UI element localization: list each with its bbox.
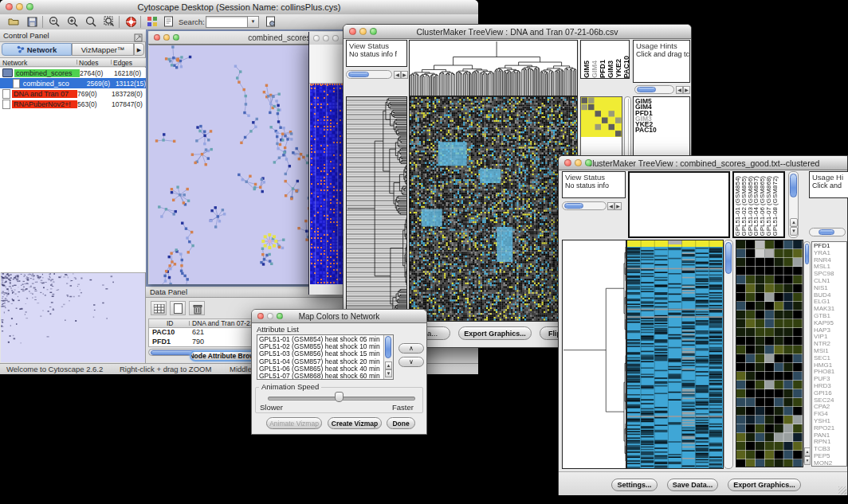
minimize-button[interactable]	[16, 3, 23, 10]
close-button[interactable]	[349, 28, 356, 35]
tv1-column-dendrogram[interactable]	[409, 40, 578, 96]
tv1-row-dendrogram[interactable]	[346, 96, 407, 322]
tv2-status-hscroll-thumb[interactable]	[564, 203, 583, 209]
tv2-genelist-vscroll-thumb[interactable]	[805, 244, 809, 264]
attribute-listbox[interactable]: GPL51-01 (GSM854) heat shock 05 minGPL51…	[257, 334, 394, 380]
select-attributes-icon[interactable]	[151, 301, 167, 315]
tv2-detail-heatmap[interactable]	[736, 240, 803, 467]
delete-attribute-icon[interactable]	[189, 301, 205, 315]
move-down-button[interactable]: ∨	[398, 357, 424, 367]
scroll-down-icon[interactable]: ▼	[790, 227, 798, 236]
vizmapper-icon[interactable]	[145, 15, 159, 28]
tv2-row-dendrogram[interactable]	[562, 240, 626, 469]
tv2-heatmap-vscroll-thumb[interactable]	[725, 242, 732, 274]
list-item[interactable]: GIM5	[583, 61, 591, 78]
zoom-button[interactable]	[585, 159, 592, 166]
tv2-save-data-button[interactable]: Save Data...	[667, 479, 718, 491]
list-item[interactable]: GIM4	[591, 61, 599, 78]
search-input[interactable]	[206, 16, 249, 28]
tv2-settings-button[interactable]: Settings...	[611, 479, 658, 491]
tv2-heatmap-vscrollbar[interactable]	[724, 240, 733, 469]
speed-slider-thumb[interactable]	[335, 392, 344, 402]
minimize-button[interactable]	[575, 159, 582, 166]
list-item[interactable]: GPL51-08 (GSM872)	[772, 176, 779, 236]
network-list-item[interactable]: DNA and Tran 07769(0)183728(0)	[0, 88, 146, 99]
tv1-usage-hscroll-thumb[interactable]	[637, 87, 656, 92]
minimize-button[interactable]	[323, 35, 329, 41]
tv2-genelist-hscroll-thumb[interactable]	[819, 229, 834, 235]
minimize-button[interactable]	[163, 34, 170, 41]
tv2-genelist-vscrollbar[interactable]: ▲ ▼	[803, 241, 811, 465]
scroll-up-icon[interactable]: ▲	[804, 447, 811, 456]
tv2-status-hscrollbar[interactable]	[562, 201, 607, 210]
tv1-detail-heatmap[interactable]	[581, 97, 622, 137]
search-dropdown-button[interactable]: ▼	[247, 16, 259, 28]
list-item[interactable]: PAC10	[634, 127, 689, 133]
scroll-up-icon[interactable]: ▲	[790, 218, 798, 227]
scroll-right-icon[interactable]: ▶	[614, 202, 622, 210]
tv1-status-hscrollbar[interactable]	[346, 70, 392, 79]
tv2-column-dendrogram-area[interactable]	[628, 171, 730, 238]
attribute-list-vscroll-thumb[interactable]	[385, 336, 391, 358]
tv2-global-heatmap[interactable]	[626, 240, 724, 469]
scroll-left-icon[interactable]: ◀	[676, 86, 683, 94]
network-list-item[interactable]: combined_sco2569(6)13112(15)	[0, 78, 146, 88]
list-item[interactable]: MON2	[812, 460, 846, 467]
id-column-header[interactable]: ID	[167, 319, 174, 327]
tv1-export-graphics-button[interactable]: Export Graphics...	[458, 326, 532, 340]
tv1-status-hscroll-thumb[interactable]	[348, 72, 369, 77]
tab-overflow-button[interactable]: ▶	[134, 43, 144, 56]
list-item[interactable]: YKE2	[614, 59, 622, 78]
resize-grip[interactable]	[838, 486, 846, 494]
node-attribute-browser-button[interactable]: Node Attribute Brows	[190, 350, 258, 361]
col-header-edges[interactable]: Edges	[113, 59, 132, 67]
tv1-global-heatmap[interactable]	[409, 96, 578, 322]
network-settings-icon[interactable]	[263, 15, 277, 28]
tv2-labels-vscroll-thumb[interactable]	[790, 174, 797, 197]
help-lifesaver-icon[interactable]	[124, 15, 138, 28]
annotation-icon[interactable]	[161, 15, 175, 28]
scroll-down-icon[interactable]: ▼	[804, 456, 811, 465]
scroll-down-icon[interactable]: ▼	[385, 369, 392, 377]
move-up-button[interactable]: ∧	[398, 343, 424, 354]
close-button[interactable]	[257, 313, 264, 319]
close-button[interactable]	[154, 34, 160, 41]
tab-vizmapper[interactable]: VizMapper™	[72, 43, 134, 56]
zoom-button[interactable]	[173, 34, 179, 41]
zoom-button[interactable]	[332, 35, 339, 41]
scroll-left-icon[interactable]: ◀	[394, 71, 401, 79]
minimize-button[interactable]	[359, 28, 367, 35]
close-button[interactable]	[6, 3, 13, 10]
attribute-list-item[interactable]: GPL51-07 (GSM868) heat shock 60 min	[257, 373, 393, 380]
col-header-nodes[interactable]: Nodes	[79, 59, 99, 67]
done-button[interactable]: Done	[387, 417, 415, 429]
scroll-right-icon[interactable]: ▶	[401, 71, 408, 79]
list-item[interactable]: GIM3	[607, 61, 614, 78]
network-list-item[interactable]: combined_scores2764(0)16218(0)	[0, 68, 146, 78]
zoom-in-icon[interactable]	[65, 15, 80, 28]
tv1-usage-hscrollbar[interactable]	[634, 85, 674, 94]
tv2-export-graphics-button[interactable]: Export Graphics...	[728, 479, 801, 491]
scroll-up-icon[interactable]: ▲	[385, 361, 392, 369]
zoom-button[interactable]	[370, 28, 377, 35]
zoom-out-icon[interactable]	[47, 15, 61, 28]
zoom-button[interactable]	[277, 313, 283, 319]
create-attribute-icon[interactable]	[170, 301, 186, 315]
scroll-left-icon[interactable]: ◀	[607, 202, 614, 210]
close-button[interactable]	[313, 35, 320, 41]
close-button[interactable]	[564, 159, 571, 166]
open-file-icon[interactable]	[6, 15, 21, 28]
list-item[interactable]: PAC10	[622, 56, 630, 78]
save-icon[interactable]	[25, 15, 39, 28]
tab-network[interactable]: Network	[2, 43, 72, 56]
zoom-button[interactable]	[26, 3, 33, 10]
tv2-genelist-hscrollbar[interactable]	[809, 228, 846, 236]
zoom-fit-icon[interactable]	[102, 15, 116, 28]
list-item[interactable]: PFD1	[599, 60, 607, 78]
network-list-item[interactable]: RNAPuberNov2+!563(0)107847(0)	[0, 99, 146, 109]
scroll-right-icon[interactable]: ▶	[683, 86, 690, 94]
attribute-list-vscrollbar[interactable]: ▲ ▼	[383, 335, 393, 379]
tv2-labels-vscrollbar[interactable]: ▲ ▼	[788, 171, 799, 238]
zoom-selected-icon[interactable]	[84, 15, 98, 28]
col-header-network[interactable]: Network	[2, 59, 27, 67]
